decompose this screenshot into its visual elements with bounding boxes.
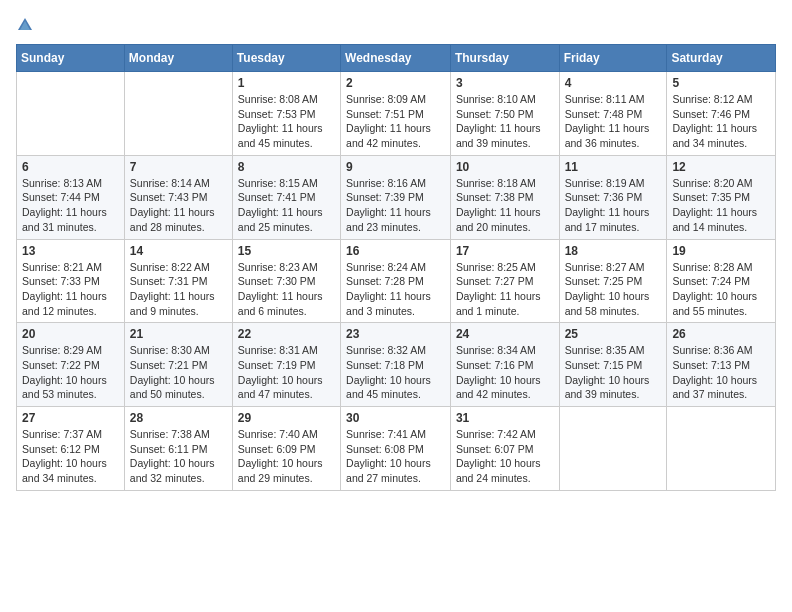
day-number: 2 [346,76,445,90]
cell-week2-day1: 7Sunrise: 8:14 AM Sunset: 7:43 PM Daylig… [124,155,232,239]
day-number: 14 [130,244,227,258]
week-row-2: 6Sunrise: 8:13 AM Sunset: 7:44 PM Daylig… [17,155,776,239]
day-number: 23 [346,327,445,341]
day-detail: Sunrise: 8:18 AM Sunset: 7:38 PM Dayligh… [456,176,554,235]
cell-week3-day1: 14Sunrise: 8:22 AM Sunset: 7:31 PM Dayli… [124,239,232,323]
day-number: 26 [672,327,770,341]
cell-week4-day0: 20Sunrise: 8:29 AM Sunset: 7:22 PM Dayli… [17,323,125,407]
cell-week5-day3: 30Sunrise: 7:41 AM Sunset: 6:08 PM Dayli… [341,407,451,491]
calendar-body: 1Sunrise: 8:08 AM Sunset: 7:53 PM Daylig… [17,72,776,491]
cell-week3-day3: 16Sunrise: 8:24 AM Sunset: 7:28 PM Dayli… [341,239,451,323]
week-row-5: 27Sunrise: 7:37 AM Sunset: 6:12 PM Dayli… [17,407,776,491]
week-row-4: 20Sunrise: 8:29 AM Sunset: 7:22 PM Dayli… [17,323,776,407]
cell-week4-day2: 22Sunrise: 8:31 AM Sunset: 7:19 PM Dayli… [232,323,340,407]
cell-week3-day6: 19Sunrise: 8:28 AM Sunset: 7:24 PM Dayli… [667,239,776,323]
header-wednesday: Wednesday [341,45,451,72]
cell-week1-day4: 3Sunrise: 8:10 AM Sunset: 7:50 PM Daylig… [450,72,559,156]
day-detail: Sunrise: 8:31 AM Sunset: 7:19 PM Dayligh… [238,343,335,402]
day-detail: Sunrise: 8:29 AM Sunset: 7:22 PM Dayligh… [22,343,119,402]
day-number: 25 [565,327,662,341]
day-number: 12 [672,160,770,174]
day-number: 19 [672,244,770,258]
header-saturday: Saturday [667,45,776,72]
day-detail: Sunrise: 8:08 AM Sunset: 7:53 PM Dayligh… [238,92,335,151]
day-detail: Sunrise: 8:32 AM Sunset: 7:18 PM Dayligh… [346,343,445,402]
cell-week3-day5: 18Sunrise: 8:27 AM Sunset: 7:25 PM Dayli… [559,239,667,323]
day-number: 18 [565,244,662,258]
day-detail: Sunrise: 8:14 AM Sunset: 7:43 PM Dayligh… [130,176,227,235]
day-number: 31 [456,411,554,425]
day-detail: Sunrise: 7:40 AM Sunset: 6:09 PM Dayligh… [238,427,335,486]
cell-week3-day0: 13Sunrise: 8:21 AM Sunset: 7:33 PM Dayli… [17,239,125,323]
day-detail: Sunrise: 7:42 AM Sunset: 6:07 PM Dayligh… [456,427,554,486]
day-number: 7 [130,160,227,174]
day-detail: Sunrise: 8:12 AM Sunset: 7:46 PM Dayligh… [672,92,770,151]
header-thursday: Thursday [450,45,559,72]
day-detail: Sunrise: 8:19 AM Sunset: 7:36 PM Dayligh… [565,176,662,235]
week-row-3: 13Sunrise: 8:21 AM Sunset: 7:33 PM Dayli… [17,239,776,323]
header-tuesday: Tuesday [232,45,340,72]
day-number: 17 [456,244,554,258]
cell-week1-day5: 4Sunrise: 8:11 AM Sunset: 7:48 PM Daylig… [559,72,667,156]
cell-week1-day3: 2Sunrise: 8:09 AM Sunset: 7:51 PM Daylig… [341,72,451,156]
header-friday: Friday [559,45,667,72]
cell-week2-day2: 8Sunrise: 8:15 AM Sunset: 7:41 PM Daylig… [232,155,340,239]
header-monday: Monday [124,45,232,72]
cell-week5-day6 [667,407,776,491]
day-number: 28 [130,411,227,425]
cell-week4-day5: 25Sunrise: 8:35 AM Sunset: 7:15 PM Dayli… [559,323,667,407]
day-number: 5 [672,76,770,90]
cell-week4-day1: 21Sunrise: 8:30 AM Sunset: 7:21 PM Dayli… [124,323,232,407]
day-number: 22 [238,327,335,341]
cell-week5-day2: 29Sunrise: 7:40 AM Sunset: 6:09 PM Dayli… [232,407,340,491]
cell-week2-day3: 9Sunrise: 8:16 AM Sunset: 7:39 PM Daylig… [341,155,451,239]
day-number: 3 [456,76,554,90]
cell-week1-day2: 1Sunrise: 8:08 AM Sunset: 7:53 PM Daylig… [232,72,340,156]
day-detail: Sunrise: 7:37 AM Sunset: 6:12 PM Dayligh… [22,427,119,486]
day-number: 8 [238,160,335,174]
cell-week2-day5: 11Sunrise: 8:19 AM Sunset: 7:36 PM Dayli… [559,155,667,239]
day-number: 24 [456,327,554,341]
day-detail: Sunrise: 8:22 AM Sunset: 7:31 PM Dayligh… [130,260,227,319]
day-detail: Sunrise: 8:35 AM Sunset: 7:15 PM Dayligh… [565,343,662,402]
day-detail: Sunrise: 8:23 AM Sunset: 7:30 PM Dayligh… [238,260,335,319]
day-number: 6 [22,160,119,174]
header-sunday: Sunday [17,45,125,72]
day-number: 9 [346,160,445,174]
day-number: 27 [22,411,119,425]
day-number: 15 [238,244,335,258]
day-detail: Sunrise: 8:24 AM Sunset: 7:28 PM Dayligh… [346,260,445,319]
cell-week5-day1: 28Sunrise: 7:38 AM Sunset: 6:11 PM Dayli… [124,407,232,491]
cell-week2-day6: 12Sunrise: 8:20 AM Sunset: 7:35 PM Dayli… [667,155,776,239]
cell-week2-day0: 6Sunrise: 8:13 AM Sunset: 7:44 PM Daylig… [17,155,125,239]
calendar-header: SundayMondayTuesdayWednesdayThursdayFrid… [17,45,776,72]
cell-week3-day4: 17Sunrise: 8:25 AM Sunset: 7:27 PM Dayli… [450,239,559,323]
day-detail: Sunrise: 8:30 AM Sunset: 7:21 PM Dayligh… [130,343,227,402]
day-detail: Sunrise: 7:41 AM Sunset: 6:08 PM Dayligh… [346,427,445,486]
day-detail: Sunrise: 8:36 AM Sunset: 7:13 PM Dayligh… [672,343,770,402]
day-detail: Sunrise: 8:10 AM Sunset: 7:50 PM Dayligh… [456,92,554,151]
day-number: 20 [22,327,119,341]
day-number: 4 [565,76,662,90]
day-number: 16 [346,244,445,258]
week-row-1: 1Sunrise: 8:08 AM Sunset: 7:53 PM Daylig… [17,72,776,156]
day-detail: Sunrise: 8:34 AM Sunset: 7:16 PM Dayligh… [456,343,554,402]
cell-week2-day4: 10Sunrise: 8:18 AM Sunset: 7:38 PM Dayli… [450,155,559,239]
cell-week5-day5 [559,407,667,491]
day-detail: Sunrise: 8:27 AM Sunset: 7:25 PM Dayligh… [565,260,662,319]
cell-week1-day6: 5Sunrise: 8:12 AM Sunset: 7:46 PM Daylig… [667,72,776,156]
header-row: SundayMondayTuesdayWednesdayThursdayFrid… [17,45,776,72]
cell-week5-day0: 27Sunrise: 7:37 AM Sunset: 6:12 PM Dayli… [17,407,125,491]
day-number: 1 [238,76,335,90]
day-detail: Sunrise: 8:16 AM Sunset: 7:39 PM Dayligh… [346,176,445,235]
cell-week5-day4: 31Sunrise: 7:42 AM Sunset: 6:07 PM Dayli… [450,407,559,491]
day-detail: Sunrise: 8:21 AM Sunset: 7:33 PM Dayligh… [22,260,119,319]
cell-week1-day1 [124,72,232,156]
day-number: 29 [238,411,335,425]
day-number: 11 [565,160,662,174]
logo-icon [16,16,34,34]
day-detail: Sunrise: 8:13 AM Sunset: 7:44 PM Dayligh… [22,176,119,235]
day-detail: Sunrise: 8:11 AM Sunset: 7:48 PM Dayligh… [565,92,662,151]
cell-week4-day4: 24Sunrise: 8:34 AM Sunset: 7:16 PM Dayli… [450,323,559,407]
cell-week4-day6: 26Sunrise: 8:36 AM Sunset: 7:13 PM Dayli… [667,323,776,407]
